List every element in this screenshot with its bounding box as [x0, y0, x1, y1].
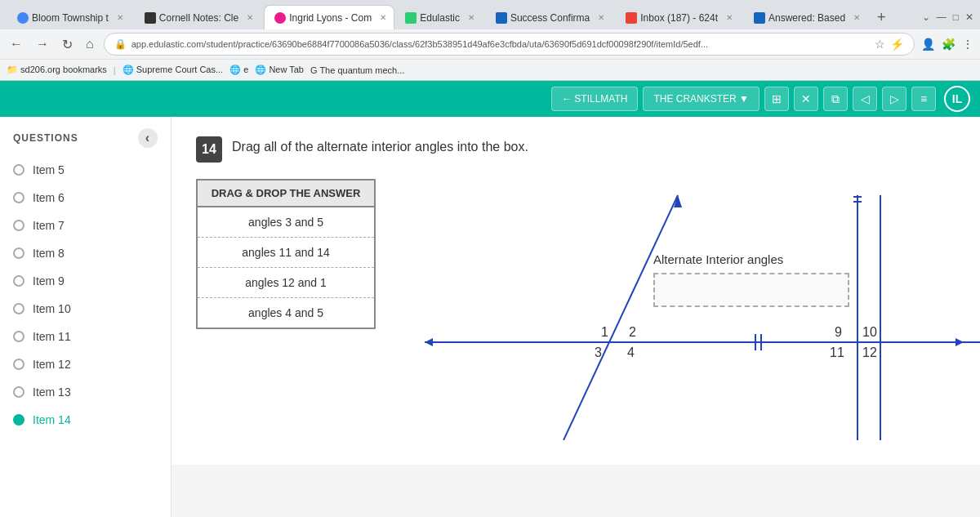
user-avatar-button[interactable]: IL: [944, 86, 970, 112]
address-bar[interactable]: 🔒 app.edulastic.com/student/practice/636…: [104, 33, 915, 56]
tab-label-answered: Answered: Based: [768, 12, 845, 24]
maximize-button[interactable]: □: [953, 11, 959, 23]
sidebar-item-14[interactable]: Item 14: [0, 406, 171, 434]
tab-inbox[interactable]: Inbox (187) - 624t ✕: [615, 5, 743, 29]
stillmath-button[interactable]: ← STILLMATH: [551, 87, 638, 111]
grid-icon-button[interactable]: ⊞: [764, 87, 789, 111]
question-text: Drag all of the alternate interior angle…: [232, 136, 528, 154]
sidebar-item-10[interactable]: Item 10: [0, 295, 171, 323]
sidebar-header: QUESTIONS ‹: [0, 117, 171, 156]
refresh-button[interactable]: ↻: [59, 35, 76, 54]
minimize-button[interactable]: —: [937, 11, 947, 23]
tab-close-success[interactable]: ✕: [598, 13, 604, 22]
tab-bloom[interactable]: Bloom Township t ✕: [7, 5, 134, 29]
tab-label-ingrid: Ingrid Lyons - Com: [289, 12, 372, 24]
close-window-button[interactable]: ✕: [965, 11, 973, 23]
lock-icon: 🔒: [114, 38, 127, 50]
tab-favicon-edulastic: [405, 12, 416, 24]
next-icon-button[interactable]: ▷: [882, 87, 906, 111]
tab-favicon-answered: [754, 12, 765, 24]
sidebar: QUESTIONS ‹ Item 5 Item 6 Item 7 Item 8 …: [0, 117, 172, 517]
tab-label-bloom: Bloom Township t: [32, 12, 109, 24]
drag-option-3[interactable]: angles 12 and 1: [198, 268, 374, 298]
extension-icon[interactable]: ⚡: [890, 38, 904, 51]
copy-icon-button[interactable]: ⧉: [823, 87, 848, 111]
sidebar-item-7[interactable]: Item 7: [0, 212, 171, 239]
bookmark-newtab[interactable]: 🌐 New Tab: [255, 65, 304, 75]
bookmark-sd206[interactable]: 📁 sd206.org bookmarks: [7, 65, 107, 75]
new-tab-button[interactable]: +: [871, 9, 893, 26]
bookmark-quantum[interactable]: G The quantum mech...: [310, 65, 404, 75]
tab-label-cornell: Cornell Notes: Cle: [159, 12, 238, 24]
menu-icon-button[interactable]: ≡: [911, 87, 936, 111]
back-button[interactable]: ←: [7, 35, 26, 53]
sidebar-toggle-button[interactable]: ‹: [138, 128, 158, 148]
tab-success[interactable]: Success Confirma ✕: [485, 5, 615, 29]
svg-text:3: 3: [595, 345, 602, 359]
drag-left-section: DRAG & DROP THE ANSWER angles 3 and 5 an…: [196, 179, 376, 329]
geometry-diagram: Alternate Interior angles: [408, 179, 956, 440]
tab-close-cornell[interactable]: ✕: [247, 13, 253, 22]
sidebar-label-5: Item 5: [33, 163, 65, 176]
profile-icon[interactable]: 👤: [921, 38, 935, 51]
tab-cornell[interactable]: Cornell Notes: Cle ✕: [134, 5, 264, 29]
tab-label-inbox: Inbox (187) - 624t: [640, 12, 718, 24]
tab-close-inbox[interactable]: ✕: [726, 13, 733, 22]
crankster-button[interactable]: THE CRANKSTER ▼: [643, 87, 760, 111]
star-icon[interactable]: ☆: [875, 38, 885, 51]
sidebar-item-5[interactable]: Item 5: [0, 156, 171, 184]
tab-close-bloom[interactable]: ✕: [117, 13, 123, 22]
tab-ingrid[interactable]: Ingrid Lyons - Com ✕: [264, 5, 394, 29]
svg-text:4: 4: [627, 345, 635, 359]
sidebar-label-7: Item 7: [33, 219, 65, 232]
tab-favicon-inbox: [626, 12, 637, 24]
svg-marker-2: [956, 338, 964, 346]
sidebar-label-13: Item 13: [33, 386, 71, 399]
radio-item-8: [13, 247, 24, 259]
radio-item-11: [13, 331, 24, 342]
radio-item-5: [13, 164, 24, 176]
tab-edulastic[interactable]: Edulastic ✕: [394, 5, 485, 29]
bookmark-supremecourt[interactable]: 🌐 Supreme Court Cas...: [122, 65, 223, 75]
drag-option-4[interactable]: angles 4 and 5: [198, 298, 374, 328]
sidebar-item-9[interactable]: Item 9: [0, 267, 171, 295]
svg-line-5: [564, 195, 678, 440]
home-button[interactable]: ⌂: [82, 35, 97, 53]
sidebar-label-9: Item 9: [33, 274, 65, 287]
svg-text:2: 2: [629, 325, 636, 339]
content-area: 14 Drag all of the alternate interior an…: [172, 117, 980, 517]
drag-option-1[interactable]: angles 3 and 5: [198, 207, 374, 238]
drag-drop-source-box: DRAG & DROP THE ANSWER angles 3 and 5 an…: [196, 179, 376, 329]
settings-icon[interactable]: ⋮: [962, 38, 973, 51]
sidebar-item-6[interactable]: Item 6: [0, 184, 171, 212]
sidebar-label-14: Item 14: [33, 413, 71, 426]
svg-text:9: 9: [835, 325, 842, 339]
radio-item-6: [13, 192, 24, 203]
svg-text:1: 1: [601, 325, 608, 339]
tab-close-answered[interactable]: ✕: [853, 13, 860, 22]
radio-item-7: [13, 220, 24, 231]
close-icon-button[interactable]: ✕: [794, 87, 818, 111]
sidebar-item-12[interactable]: Item 12: [0, 350, 171, 378]
extensions-icon[interactable]: 🧩: [942, 38, 956, 51]
radio-item-12: [13, 359, 24, 370]
svg-text:11: 11: [830, 345, 844, 359]
tab-bar: Bloom Township t ✕ Cornell Notes: Cle ✕ …: [0, 0, 980, 29]
svg-text:10: 10: [862, 325, 877, 339]
prev-icon-button[interactable]: ◁: [853, 87, 877, 111]
bookmark-e[interactable]: 🌐 e: [229, 65, 248, 75]
tab-favicon-cornell: [145, 12, 156, 24]
tab-favicon-bloom: [17, 12, 29, 24]
drag-option-2[interactable]: angles 11 and 14: [198, 238, 374, 268]
tab-close-ingrid[interactable]: ✕: [380, 13, 386, 22]
address-bar-row: ← → ↻ ⌂ 🔒 app.edulastic.com/student/prac…: [0, 29, 980, 59]
tab-close-edulastic[interactable]: ✕: [468, 13, 474, 22]
tab-answered[interactable]: Answered: Based ✕: [743, 5, 871, 29]
sidebar-item-13[interactable]: Item 13: [0, 378, 171, 406]
sidebar-item-11[interactable]: Item 11: [0, 323, 171, 350]
forward-button[interactable]: →: [33, 35, 52, 53]
sidebar-item-8[interactable]: Item 8: [0, 239, 171, 267]
tab-scroll-left[interactable]: ⌄: [922, 11, 930, 23]
sidebar-label-12: Item 12: [33, 358, 71, 371]
question-header: 14 Drag all of the alternate interior an…: [196, 136, 956, 163]
